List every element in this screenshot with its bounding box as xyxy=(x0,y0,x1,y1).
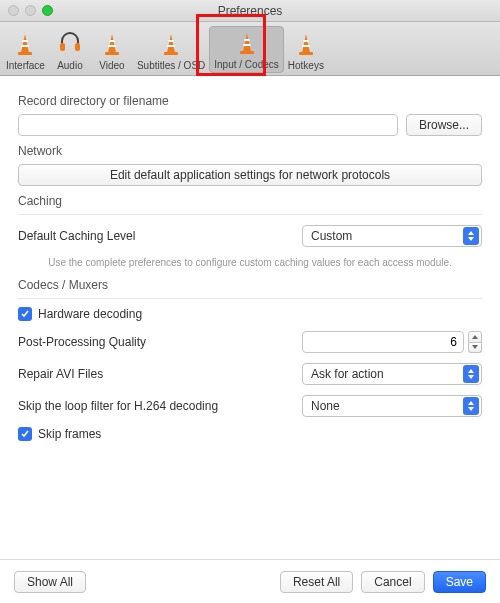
network-section-label: Network xyxy=(18,144,482,158)
svg-rect-15 xyxy=(244,39,249,41)
repair-avi-select[interactable]: Ask for action xyxy=(302,363,482,385)
show-all-button[interactable]: Show All xyxy=(14,571,86,593)
checkbox-checked-icon xyxy=(18,307,32,321)
svg-rect-1 xyxy=(23,40,28,42)
tab-subtitles-osd[interactable]: Subtitles / OSD xyxy=(133,28,209,73)
content-pane: Record directory or filename Browse... N… xyxy=(0,76,500,457)
svg-marker-10 xyxy=(167,34,175,53)
svg-marker-6 xyxy=(108,34,116,53)
svg-rect-17 xyxy=(240,51,254,54)
ppq-input[interactable] xyxy=(302,331,464,353)
divider xyxy=(18,214,482,215)
skip-frames-label: Skip frames xyxy=(38,427,101,441)
tab-audio[interactable]: Audio xyxy=(49,25,91,73)
save-button[interactable]: Save xyxy=(433,571,486,593)
caching-help-text: Use the complete preferences to configur… xyxy=(18,257,482,268)
tab-video[interactable]: Video xyxy=(91,28,133,73)
cone-icon xyxy=(233,29,261,57)
svg-rect-4 xyxy=(60,43,65,51)
cone-icon xyxy=(157,30,185,58)
browse-button[interactable]: Browse... xyxy=(406,114,482,136)
svg-marker-14 xyxy=(243,33,251,52)
edit-network-protocols-button[interactable]: Edit default application settings for ne… xyxy=(18,164,482,186)
repair-avi-value: Ask for action xyxy=(311,367,384,381)
close-window-button[interactable] xyxy=(8,5,19,16)
svg-marker-22 xyxy=(468,231,474,235)
chevron-updown-icon xyxy=(463,397,479,415)
footer: Show All Reset All Cancel Save xyxy=(0,559,500,603)
svg-rect-16 xyxy=(243,44,250,46)
repair-avi-label: Repair AVI Files xyxy=(18,367,103,381)
titlebar: Preferences xyxy=(0,0,500,22)
cone-icon xyxy=(292,30,320,58)
svg-rect-9 xyxy=(105,52,119,55)
svg-rect-19 xyxy=(303,40,308,42)
stepper-up-icon[interactable] xyxy=(468,331,482,343)
reset-all-button[interactable]: Reset All xyxy=(280,571,353,593)
loopfilter-label: Skip the loop filter for H.264 decoding xyxy=(18,399,218,413)
codecs-section-label: Codecs / Muxers xyxy=(18,278,482,292)
caching-section-label: Caching xyxy=(18,194,482,208)
svg-rect-3 xyxy=(18,52,32,55)
svg-rect-11 xyxy=(169,40,174,42)
checkbox-checked-icon xyxy=(18,427,32,441)
svg-marker-26 xyxy=(468,369,474,373)
chevron-updown-icon xyxy=(463,227,479,245)
svg-marker-29 xyxy=(468,407,474,411)
window-title: Preferences xyxy=(0,4,500,18)
divider xyxy=(18,298,482,299)
svg-marker-27 xyxy=(468,375,474,379)
svg-marker-25 xyxy=(472,345,478,349)
hardware-decoding-label: Hardware decoding xyxy=(38,307,142,321)
preferences-toolbar: Interface Audio Video Subtitles / OSD In… xyxy=(0,22,500,76)
loopfilter-select[interactable]: None xyxy=(302,395,482,417)
caching-level-label: Default Caching Level xyxy=(18,229,135,243)
tab-input-codecs[interactable]: Input / Codecs xyxy=(209,26,283,73)
svg-marker-18 xyxy=(302,34,310,53)
svg-rect-7 xyxy=(109,40,114,42)
hardware-decoding-checkbox[interactable]: Hardware decoding xyxy=(18,307,482,321)
record-section-label: Record directory or filename xyxy=(18,94,482,108)
svg-rect-8 xyxy=(108,45,115,47)
ppq-label: Post-Processing Quality xyxy=(18,335,146,349)
svg-rect-21 xyxy=(299,52,313,55)
cone-icon xyxy=(11,30,39,58)
svg-rect-5 xyxy=(75,43,80,51)
skip-frames-checkbox[interactable]: Skip frames xyxy=(18,427,482,441)
caching-level-select[interactable]: Custom xyxy=(302,225,482,247)
svg-rect-12 xyxy=(168,45,175,47)
stepper-down-icon[interactable] xyxy=(468,343,482,354)
svg-marker-24 xyxy=(472,335,478,339)
caching-level-value: Custom xyxy=(311,229,352,243)
headphones-icon xyxy=(56,27,84,58)
svg-rect-2 xyxy=(22,45,29,47)
svg-rect-13 xyxy=(164,52,178,55)
tab-hotkeys[interactable]: Hotkeys xyxy=(284,28,328,73)
cancel-button[interactable]: Cancel xyxy=(361,571,424,593)
tab-interface[interactable]: Interface xyxy=(2,28,49,73)
loopfilter-value: None xyxy=(311,399,340,413)
svg-marker-28 xyxy=(468,401,474,405)
zoom-window-button[interactable] xyxy=(42,5,53,16)
svg-marker-23 xyxy=(468,237,474,241)
svg-marker-0 xyxy=(21,34,29,53)
chevron-updown-icon xyxy=(463,365,479,383)
svg-rect-20 xyxy=(302,45,309,47)
record-path-input[interactable] xyxy=(18,114,398,136)
ppq-stepper[interactable] xyxy=(468,331,482,353)
minimize-window-button[interactable] xyxy=(25,5,36,16)
cone-icon xyxy=(98,30,126,58)
